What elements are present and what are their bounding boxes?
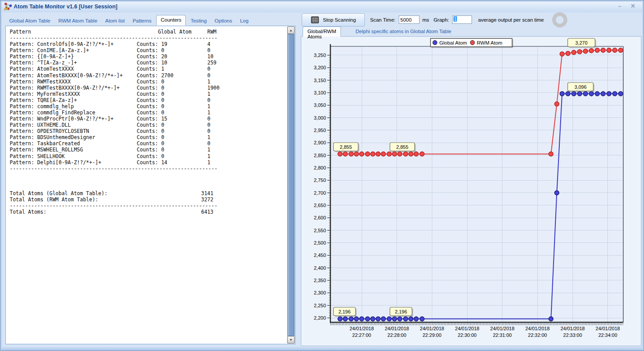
- graph-input-selected-text: 1: [453, 16, 457, 22]
- stop-scanning-button[interactable]: Stop Scanning: [302, 13, 365, 26]
- main-tab-rwm-atom-table[interactable]: RWM Atom Table: [55, 16, 100, 26]
- graph-label: Graph:: [434, 17, 449, 23]
- svg-text:3,096: 3,096: [574, 84, 587, 90]
- stop-scanning-label: Stop Scanning: [323, 17, 356, 23]
- scrollbar-up-icon[interactable]: ▲: [287, 26, 295, 34]
- report-line: ----------------------------------------…: [6, 35, 287, 41]
- main-tab-testing[interactable]: Testing: [187, 16, 210, 26]
- svg-text:2,400: 2,400: [314, 265, 326, 271]
- svg-text:24/01/2018: 24/01/2018: [561, 326, 585, 331]
- main-tab-log[interactable]: Log: [237, 16, 251, 26]
- report-line: [6, 178, 287, 184]
- report-line: Pattern: UXTHEME.DLLCounts: 00: [6, 122, 287, 128]
- report-line: [6, 172, 287, 178]
- svg-text:RWM Atom: RWM Atom: [477, 40, 502, 45]
- svg-text:3,200: 3,200: [314, 65, 326, 70]
- svg-text:2,550: 2,550: [314, 228, 326, 233]
- svg-text:22:28:00: 22:28:00: [387, 332, 406, 338]
- report-scrollbar[interactable]: ▲ ▼: [287, 26, 295, 343]
- report-line: Pattern: ControlOfs[0-9A-Z!?/*+-]+Counts…: [6, 41, 287, 47]
- svg-text:24/01/2018: 24/01/2018: [420, 326, 444, 331]
- report-line: Pattern: RWMTestBXXXX[0-9A-Z!?/*+-]+Coun…: [6, 85, 287, 91]
- svg-text:24/01/2018: 24/01/2018: [349, 326, 374, 331]
- main-tab-options[interactable]: Options: [212, 16, 236, 26]
- report-line: Pattern: RWMTestXXXXCounts: 01: [6, 79, 287, 85]
- grid-icon: [311, 16, 319, 23]
- main-tab-counters[interactable]: Counters: [156, 15, 186, 26]
- svg-text:22:31:00: 22:31:00: [493, 332, 512, 338]
- svg-text:22:30:00: 22:30:00: [458, 332, 477, 338]
- scan-time-label: Scan Time:: [370, 17, 396, 23]
- toolbar-caption: average output per scan time: [478, 17, 544, 23]
- svg-text:2,855: 2,855: [340, 144, 352, 150]
- tab-delphi-specific-atoms[interactable]: Delphi specific atoms in Global Atom Tab…: [356, 29, 451, 34]
- chart-panel: 2,2002,2502,3002,3502,4002,4502,5002,550…: [301, 36, 641, 346]
- report-line: Pattern: AtomTestXXXXCounts: 10: [6, 66, 287, 72]
- report-line: Total Atoms (RWM Atom Table):3272: [6, 196, 287, 203]
- report-line: Pattern: commdlg_helpCounts: 01: [6, 103, 287, 109]
- main-tab-global-atom-table[interactable]: Global Atom Table: [6, 16, 53, 26]
- svg-text:2,196: 2,196: [395, 309, 407, 314]
- graph-input[interactable]: 1: [452, 15, 472, 24]
- window-bottom-frame: [0, 347, 644, 351]
- svg-text:3,050: 3,050: [314, 102, 326, 108]
- svg-text:Global Atom: Global Atom: [439, 40, 467, 45]
- svg-text:2,300: 2,300: [314, 290, 326, 295]
- legend-marker-icon: [433, 41, 437, 45]
- title-bar[interactable]: Atom Table Monitor v1.6 [User Session] –…: [0, 0, 644, 12]
- report-line: Pattern: MSWHEEL_ROLLMSGCounts: 01: [6, 147, 287, 153]
- scrollbar-down-icon[interactable]: ▼: [287, 336, 295, 343]
- svg-text:2,196: 2,196: [338, 309, 351, 314]
- svg-text:24/01/2018: 24/01/2018: [525, 326, 550, 331]
- report-line: Pattern: AtomTestBXXXX[0-9A-Z!?/*+-]+Cou…: [6, 72, 287, 79]
- ms-label: ms: [423, 17, 429, 23]
- svg-text:2,855: 2,855: [396, 144, 408, 150]
- svg-text:2,700: 2,700: [314, 190, 326, 196]
- scan-toolbar: Stop Scanning Scan Time: ms Graph: 1 ave…: [302, 12, 569, 27]
- svg-text:2,500: 2,500: [314, 240, 326, 245]
- svg-text:24/01/2018: 24/01/2018: [595, 326, 620, 331]
- close-button[interactable]: ✕: [629, 3, 637, 9]
- svg-text:2,800: 2,800: [314, 165, 326, 170]
- svg-text:24/01/2018: 24/01/2018: [455, 326, 479, 331]
- svg-text:3,150: 3,150: [314, 78, 326, 83]
- busy-spinner-icon: [551, 11, 569, 29]
- svg-text:3,270: 3,270: [575, 40, 588, 45]
- minimize-button[interactable]: –: [615, 3, 624, 9]
- legend-marker-icon: [470, 41, 475, 45]
- main-tab-patterns[interactable]: Patterns: [130, 16, 155, 26]
- svg-text:2,600: 2,600: [314, 215, 326, 220]
- report-line: Pattern: commdlg_FindReplaceCounts: 01: [6, 109, 287, 116]
- report-line: Pattern: ^T[A-Za-z_-]+Counts: 10259: [6, 60, 287, 66]
- main-tab-bar: Global Atom TableRWM Atom TableAtom list…: [6, 15, 251, 26]
- scrollbar-thumb[interactable]: [287, 34, 295, 336]
- svg-text:3,100: 3,100: [314, 90, 326, 95]
- svg-text:2,350: 2,350: [314, 278, 326, 283]
- svg-text:2,250: 2,250: [314, 303, 326, 308]
- svg-text:2,650: 2,650: [314, 203, 326, 208]
- report-line: Pattern: {[0-9A-Z-]+}Counts: 2010: [6, 53, 287, 60]
- report-line: PatternGlobal AtomRWM: [6, 29, 287, 35]
- report-line: ----------------------------------------…: [6, 166, 287, 172]
- scan-time-input[interactable]: [399, 15, 419, 24]
- report-line: Pattern: SHELLHOOKCounts: 01: [6, 153, 287, 159]
- report-line: [6, 184, 287, 190]
- svg-text:2,200: 2,200: [314, 315, 326, 321]
- report-line: Pattern: OPDESTROYCLOSEBTNCounts: 00: [6, 128, 287, 134]
- app-icon: [4, 2, 12, 11]
- counters-report-text: PatternGlobal AtomRWM-------------------…: [6, 26, 287, 343]
- svg-text:2,900: 2,900: [314, 140, 326, 145]
- svg-text:2,450: 2,450: [314, 253, 326, 258]
- svg-text:2,950: 2,950: [314, 128, 326, 133]
- svg-text:22:32:00: 22:32:00: [528, 332, 547, 338]
- counters-report-panel[interactable]: PatternGlobal AtomRWM-------------------…: [5, 26, 296, 344]
- main-tab-atom-list[interactable]: Atom list: [102, 16, 128, 26]
- report-line: Pattern: TQRE[A-Za-z]+Counts: 00: [6, 97, 287, 103]
- tab-global-rwm-atoms[interactable]: Global/RWM Atoms: [303, 26, 341, 37]
- svg-text:22:29:00: 22:29:00: [423, 332, 442, 338]
- report-line: Pattern: MyFormTestXXXXCounts: 01: [6, 91, 287, 97]
- svg-text:24/01/2018: 24/01/2018: [490, 326, 514, 331]
- svg-text:3,250: 3,250: [314, 53, 326, 58]
- svg-text:2,750: 2,750: [314, 177, 326, 183]
- report-line: Total Atoms:6413: [6, 209, 287, 215]
